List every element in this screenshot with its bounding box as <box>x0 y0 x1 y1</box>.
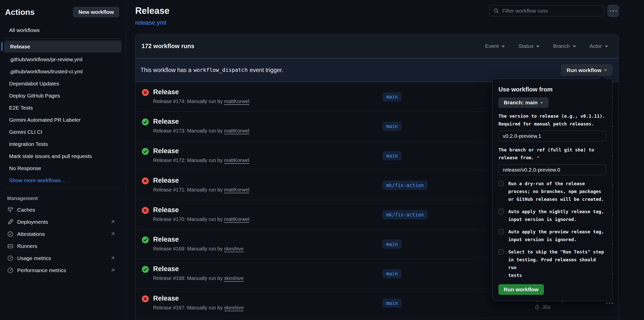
sidebar-item-workflow[interactable]: Gemini Automated PR Labeler <box>2 114 124 126</box>
checkbox-label: Auto apply the preview release tag, inpu… <box>508 228 606 243</box>
success-status-icon <box>142 236 149 244</box>
sidebar-item-workflow[interactable]: Integration Tests <box>2 138 124 150</box>
page-title: Release <box>135 6 170 16</box>
run-workflow-panel: Use workflow from Branch: main The versi… <box>492 79 612 301</box>
sidebar-item-attestations[interactable]: Attestations <box>0 228 126 240</box>
sidebar-item-all-workflows[interactable]: All workflows <box>2 24 124 36</box>
chevron-down-icon <box>502 46 505 47</box>
run-duration: 35s <box>542 304 550 310</box>
sidebar-item-label: Deployments <box>17 219 48 225</box>
sidebar-item-release-selected[interactable]: Release <box>4 41 122 52</box>
sidebar-item-workflow[interactable]: .github/workflows/pr-review.yml <box>2 53 124 66</box>
external-link-icon <box>110 231 116 237</box>
branch-label[interactable]: mk/fix-action <box>382 181 428 190</box>
external-link-icon <box>110 255 116 261</box>
chevron-down-icon <box>573 46 576 47</box>
filter-actor[interactable]: Actor <box>590 43 608 49</box>
failed-status-icon <box>142 295 149 303</box>
sidebar-header: Actions New workflow <box>0 0 126 24</box>
sidebar-item-workflow[interactable]: .github/workflows/trusted-ci.yml <box>2 66 124 78</box>
skip-tests-checkbox[interactable] <box>498 249 504 254</box>
filter-branch[interactable]: Branch <box>553 43 576 49</box>
search-input[interactable] <box>502 8 600 14</box>
meter-icon <box>7 255 14 262</box>
actor-link[interactable]: mattKorwel <box>224 187 249 193</box>
sidebar-item-deployments[interactable]: Deployments <box>0 216 126 228</box>
chevron-down-icon <box>604 70 607 71</box>
next-run-row-partial <box>135 318 619 320</box>
page-kebab-button[interactable] <box>607 5 619 17</box>
run-filters: Event Status Branch Actor <box>485 43 608 49</box>
actor-link[interactable]: mattKorwel <box>224 128 249 134</box>
actor-link[interactable]: mattKorwel <box>224 99 249 104</box>
selected-indicator-bar <box>1 42 3 51</box>
filter-status[interactable]: Status <box>518 43 540 49</box>
actor-link[interactable]: mattKorwel <box>224 157 249 163</box>
sidebar-item-workflow[interactable]: E2E Tests <box>2 102 124 114</box>
dry-run-checkbox[interactable] <box>498 181 504 186</box>
filter-runs-search[interactable] <box>489 5 604 16</box>
management-section-label: Management <box>0 193 126 204</box>
sidebar-item-label: Usage metrics <box>17 255 51 261</box>
ref-help-text: The branch or ref (full git sha) to rele… <box>498 146 606 162</box>
sidebar-item-performance-metrics[interactable]: Performance metrics <box>0 264 126 276</box>
actor-link[interactable]: skeshive <box>224 275 244 281</box>
ref-input[interactable] <box>498 165 606 175</box>
success-status-icon <box>142 266 149 273</box>
failed-status-icon <box>142 177 149 185</box>
sidebar-item-workflow[interactable]: No Response <box>2 162 124 174</box>
nightly-tag-checkbox[interactable] <box>498 209 504 214</box>
branch-label[interactable]: main <box>382 269 402 278</box>
actor-link[interactable]: skeshive <box>224 246 244 251</box>
show-more-workflows-link[interactable]: Show more workflows... <box>2 174 124 186</box>
branch-select-button[interactable]: Branch: main <box>498 98 548 108</box>
sidebar-item-workflow[interactable]: Dependabot Updates <box>2 78 124 90</box>
preview-tag-option: Auto apply the preview release tag, inpu… <box>498 228 606 243</box>
branch-label[interactable]: main <box>382 151 402 161</box>
sidebar-divider <box>4 188 122 189</box>
sidebar-item-workflow[interactable]: Gemini CLI CI <box>2 126 124 138</box>
sidebar: Actions New workflow All workflows Relea… <box>0 0 126 320</box>
sidebar-item-label: Release <box>10 44 30 50</box>
sidebar-item-workflow[interactable]: Mark stale issues and pull requests <box>2 150 124 162</box>
new-workflow-button[interactable]: New workflow <box>73 7 119 17</box>
checkbox-label: Select to skip the "Run Tests" step in t… <box>508 248 606 279</box>
chevron-down-icon <box>536 46 539 47</box>
skip-tests-option: Select to skip the "Run Tests" step in t… <box>498 248 606 279</box>
filter-event[interactable]: Event <box>485 43 505 49</box>
nightly-tag-option: Auto apply the nightly release tag, inpu… <box>498 208 606 223</box>
sidebar-item-caches[interactable]: Caches <box>0 204 126 216</box>
sidebar-item-label: Attestations <box>17 231 45 237</box>
version-help-text: The version to release (e.g., v0.1.11). … <box>498 112 606 128</box>
panel-heading: Use workflow from <box>498 86 606 93</box>
sidebar-item-usage-metrics[interactable]: Usage metrics <box>0 252 126 264</box>
branch-label[interactable]: main <box>382 92 402 102</box>
runs-list-header: 172 workflow runs Event Status Branch Ac… <box>135 34 619 58</box>
branch-label[interactable]: main <box>382 122 402 131</box>
failed-status-icon <box>142 207 149 214</box>
actions-page: Actions New workflow All workflows Relea… <box>0 0 644 320</box>
external-link-icon <box>110 268 116 273</box>
branch-label[interactable]: mk/fix-action <box>382 210 428 219</box>
success-status-icon <box>142 118 149 126</box>
run-workflow-submit-button[interactable]: Run workflow <box>498 284 544 295</box>
sidebar-item-workflow[interactable]: Deploy GitHub Pages <box>2 90 124 102</box>
workflow-dispatch-banner: This workflow has a workflow_dispatch ev… <box>135 58 619 82</box>
branch-label[interactable]: main <box>382 299 402 308</box>
banner-code: workflow_dispatch <box>191 67 250 73</box>
server-icon <box>7 243 14 249</box>
run-workflow-dropdown-button[interactable]: Run workflow <box>561 65 612 76</box>
failed-status-icon <box>142 89 149 96</box>
preview-tag-checkbox[interactable] <box>498 229 504 234</box>
sidebar-item-runners[interactable]: Runners <box>0 240 126 252</box>
workflow-file-link[interactable]: release.yml <box>135 19 166 26</box>
banner-text: event trigger. <box>250 67 283 74</box>
sidebar-item-label: Runners <box>17 243 37 249</box>
actor-link[interactable]: mattKorwel <box>224 216 249 222</box>
branch-label[interactable]: main <box>382 240 402 249</box>
rocket-icon <box>7 219 14 225</box>
version-input[interactable] <box>498 131 606 141</box>
sidebar-item-label: Caches <box>17 207 35 213</box>
required-asterisk: * <box>537 155 540 160</box>
actor-link[interactable]: skeshive <box>224 305 244 310</box>
